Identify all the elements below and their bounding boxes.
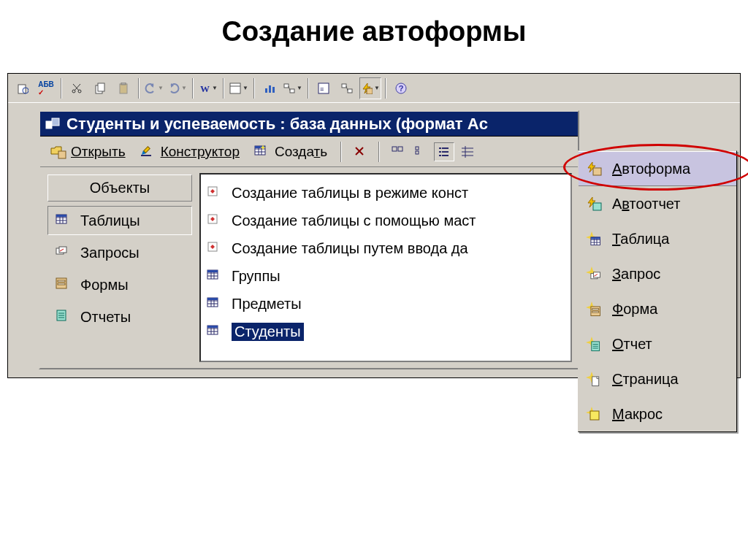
menu-item-таблица[interactable]: Таблица [579,221,736,256]
relationships-icon[interactable] [336,77,358,99]
separator [223,78,224,99]
print-preview-icon[interactable] [12,77,34,99]
objects-panel: Объекты ТаблицыЗапросыФормыОтчеты [40,167,199,368]
application-window: АБВ✓ ▼ ▼ W▼ ▼ ▼ ≡ ▼ Студенты и успеваемо… [7,73,741,378]
svg-text:W: W [200,83,210,94]
svg-rect-54 [52,118,59,126]
query-icon [56,245,72,260]
open-button-label: Открыть [71,144,126,160]
new-object-button[interactable]: ▼ [359,77,381,99]
list-item-label: Создание таблицы путем ввода да [232,240,468,257]
list-item[interactable]: Студенты [201,318,570,345]
querynew-icon [586,266,602,281]
database-toolbar: Открыть Конструктор Создать [40,137,578,167]
redo-icon[interactable]: ▼ [167,77,188,99]
create-button-label: Создать [275,144,327,160]
paste-icon[interactable] [112,77,134,99]
wizard-icon [207,213,223,228]
svg-rect-63 [442,151,449,153]
menu-item-автоформа[interactable]: Автоформа [579,151,736,186]
svg-rect-61 [442,147,449,149]
objects-item-формы[interactable]: Формы [47,270,192,299]
office-links-icon[interactable]: W▼ [197,77,219,99]
svg-rect-58 [416,147,419,150]
svg-rect-60 [439,147,441,149]
report-icon [56,310,72,324]
new-object-menu: АвтоформаАвтоотчетТаблицаЗапросФормаОтче… [578,150,737,432]
menu-item-запрос[interactable]: Запрос [579,256,736,291]
properties-icon[interactable]: ▼ [228,77,250,99]
macronew-icon [586,407,602,421]
svg-rect-47 [265,88,267,93]
cut-icon[interactable] [66,77,88,99]
menu-item-страница[interactable]: Страница [579,361,736,396]
objects-item-запросы[interactable]: Запросы [47,238,192,267]
tablenew-icon [586,231,602,246]
list-item[interactable]: Предметы [201,290,570,318]
view-list[interactable] [434,142,454,161]
main-toolbar: АБВ✓ ▼ ▼ W▼ ▼ ▼ ≡ ▼ [8,74,740,103]
list-item[interactable]: Создание таблицы с помощью маст [201,207,570,234]
formnew-icon [586,302,602,316]
menu-item-label: Автоотчет [612,196,680,212]
menu-item-отчет[interactable]: Отчет [579,326,736,361]
svg-rect-71 [593,203,601,210]
list-item-label: Группы [232,268,280,285]
menu-item-label: Автоформа [612,161,690,177]
svg-rect-70 [593,168,601,175]
separator [253,78,255,99]
objects-header: Объекты [47,174,192,202]
database-titlebar[interactable]: Студенты и успеваемость : база данных (ф… [40,112,578,137]
view-small-icons[interactable] [411,142,431,161]
list-item-label: Предметы [232,296,302,312]
menu-item-форма[interactable]: Форма [579,291,736,326]
svg-rect-55 [58,151,66,158]
menu-item-label: Макрос [612,406,663,423]
objects-item-label: Отчеты [80,309,131,326]
delete-button[interactable] [349,140,371,164]
design-button[interactable]: Конструктор [134,140,245,164]
svg-rect-62 [439,151,441,153]
create-button[interactable]: Создать [248,140,333,164]
menu-item-label: Форма [612,301,657,318]
list-item[interactable]: Группы [201,262,570,290]
code-icon[interactable]: ≡ [313,77,335,99]
autoreport-icon [586,196,602,211]
database-body: Объекты ТаблицыЗапросыФормыОтчеты Создан… [40,167,578,368]
menu-item-макрос[interactable]: Макрос [579,396,736,431]
svg-rect-49 [272,87,275,93]
view-details[interactable] [457,142,478,161]
svg-rect-64 [439,155,441,156]
objects-item-таблицы[interactable]: Таблицы [47,206,192,235]
separator [385,78,386,99]
svg-rect-48 [269,85,271,93]
undo-icon[interactable]: ▼ [143,77,165,99]
svg-rect-52 [367,88,373,94]
table-icon [207,269,223,283]
copy-icon[interactable] [89,77,111,99]
svg-rect-56 [392,147,397,151]
separator [378,142,380,162]
list-item[interactable]: Создание таблицы путем ввода да [201,234,570,262]
analyze2-icon[interactable]: ▼ [282,77,304,99]
spellcheck-icon[interactable]: АБВ✓ [35,77,57,99]
pagenew-icon [586,372,602,386]
list-item-label: Создание таблицы в режиме конст [232,185,468,202]
objects-item-отчеты[interactable]: Отчеты [47,302,192,331]
help-icon[interactable] [390,77,412,99]
svg-rect-72 [590,411,599,420]
separator [340,142,342,162]
view-large-icons[interactable] [387,142,408,161]
open-button[interactable]: Открыть [45,140,131,164]
autoform-icon [586,161,602,176]
reportnew-icon [586,337,602,351]
separator [192,78,194,99]
menu-item-label: Запрос [612,266,660,283]
analyze-icon[interactable] [259,77,280,99]
menu-item-label: Страница [612,371,679,388]
separator [138,78,140,99]
open-icon [50,145,66,159]
design-button-label: Конструктор [161,144,240,160]
menu-item-автоотчет[interactable]: Автоотчет [579,186,736,221]
list-item[interactable]: Создание таблицы в режиме конст [201,179,570,207]
